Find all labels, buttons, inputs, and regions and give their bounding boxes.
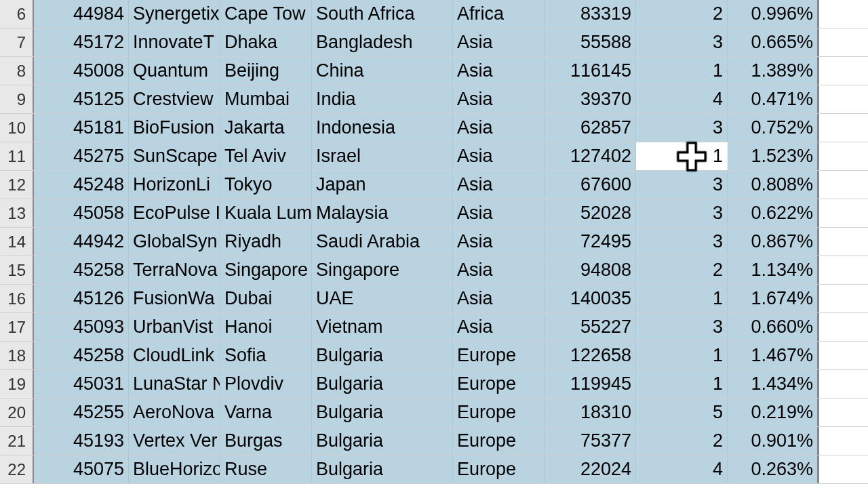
cell[interactable]: 2 xyxy=(636,0,728,28)
cell[interactable]: Dhaka xyxy=(220,28,312,56)
cell[interactable]: Europe xyxy=(453,455,545,483)
table-row[interactable]: 1444942GlobalSynRiyadhSaudi ArabiaAsia72… xyxy=(0,228,868,256)
cell[interactable]: 4 xyxy=(636,85,728,113)
row-header[interactable]: 16 xyxy=(0,285,34,312)
cell[interactable]: Quantum xyxy=(129,57,220,85)
cell[interactable]: Dubai xyxy=(220,285,312,312)
table-row[interactable]: 1645126FusionWaDubaiUAEAsia14003511.674% xyxy=(0,285,868,313)
table-row[interactable]: 1045181BioFusionJakartaIndonesiaAsia6285… xyxy=(0,114,868,142)
cell[interactable]: Ruse xyxy=(220,455,312,483)
table-row[interactable]: 1145275SunScapeTel AvivIsraelAsia1274021… xyxy=(0,142,868,171)
cell[interactable]: 1.467% xyxy=(728,342,819,369)
cell[interactable]: Bangladesh xyxy=(312,28,453,56)
cell[interactable]: Vietnam xyxy=(312,313,453,341)
cell[interactable]: 3 xyxy=(636,171,728,199)
cell[interactable]: Europe xyxy=(453,427,545,455)
row-header[interactable]: 17 xyxy=(0,313,34,341)
cell[interactable]: India xyxy=(312,85,453,113)
cell[interactable]: 45258 xyxy=(34,342,129,369)
cell[interactable]: Jakarta xyxy=(220,114,312,142)
cell[interactable]: Burgas xyxy=(220,427,312,455)
cell[interactable]: 0.471% xyxy=(728,85,819,113)
cell[interactable]: 75377 xyxy=(545,427,636,455)
table-row[interactable]: 2145193Vertex VerBurgasBulgariaEurope753… xyxy=(0,427,868,455)
cell[interactable]: Asia xyxy=(453,171,545,199)
cell[interactable]: 0.867% xyxy=(728,228,819,256)
cell[interactable]: EcoPulse I xyxy=(129,199,220,227)
cell[interactable]: 45258 xyxy=(34,256,129,284)
cell[interactable]: 1 xyxy=(636,370,728,398)
cell[interactable]: 1 xyxy=(636,142,728,170)
row-header[interactable]: 21 xyxy=(0,427,34,455)
cell[interactable]: 5 xyxy=(636,399,728,426)
cell[interactable]: Asia xyxy=(453,313,545,341)
cell[interactable]: 0.752% xyxy=(728,114,819,142)
cell[interactable]: 116145 xyxy=(545,57,636,85)
table-row[interactable]: 1345058EcoPulse IKuala LumMalaysiaAsia52… xyxy=(0,199,868,228)
cell[interactable]: 1.434% xyxy=(728,370,819,398)
row-header[interactable]: 14 xyxy=(0,228,34,256)
cell[interactable]: 3 xyxy=(636,114,728,142)
cell[interactable]: 119945 xyxy=(545,370,636,398)
cell[interactable]: BioFusion xyxy=(129,114,220,142)
cell[interactable]: 0.665% xyxy=(728,28,819,56)
cell[interactable]: 45275 xyxy=(34,142,129,170)
cell[interactable]: 45075 xyxy=(34,455,129,483)
cell[interactable]: 2 xyxy=(636,256,728,284)
cell[interactable]: Riyadh xyxy=(220,228,312,256)
cell[interactable]: Singapore xyxy=(220,256,312,284)
cell[interactable]: Asia xyxy=(453,28,545,56)
cell[interactable]: 72495 xyxy=(545,228,636,256)
cell[interactable]: 45193 xyxy=(34,427,129,455)
cell[interactable]: 45125 xyxy=(34,85,129,113)
cell[interactable]: 0.622% xyxy=(728,199,819,227)
cell[interactable]: GlobalSyn xyxy=(129,228,220,256)
cell[interactable]: South Africa xyxy=(312,0,453,28)
row-header[interactable]: 8 xyxy=(0,57,34,85)
row-header[interactable]: 15 xyxy=(0,256,34,284)
cell[interactable]: Bulgaria xyxy=(312,455,453,483)
table-row[interactable]: 1745093UrbanVistHanoiVietnamAsia5522730.… xyxy=(0,313,868,342)
row-header[interactable]: 10 xyxy=(0,114,34,142)
cell[interactable]: UrbanVist xyxy=(129,313,220,341)
cell[interactable]: 45255 xyxy=(34,399,129,426)
cell[interactable]: Europe xyxy=(453,342,545,369)
cell[interactable]: LunaStar N xyxy=(129,370,220,398)
cell[interactable]: 45172 xyxy=(34,28,129,56)
cell[interactable]: 1.134% xyxy=(728,256,819,284)
cell[interactable]: CloudLink xyxy=(129,342,220,369)
cell[interactable]: 3 xyxy=(636,199,728,227)
cell[interactable]: 3 xyxy=(636,313,728,341)
cell[interactable]: Malaysia xyxy=(312,199,453,227)
row-header[interactable]: 6 xyxy=(0,0,34,28)
cell[interactable]: Mumbai xyxy=(220,85,312,113)
cell[interactable]: AeroNova xyxy=(129,399,220,426)
cell[interactable]: 18310 xyxy=(545,399,636,426)
cell[interactable]: 67600 xyxy=(545,171,636,199)
cell[interactable]: Bulgaria xyxy=(312,399,453,426)
cell[interactable]: Asia xyxy=(453,228,545,256)
cell[interactable]: Synergetix xyxy=(129,0,220,28)
table-row[interactable]: 1245248HorizonLiTokyoJapanAsia6760030.80… xyxy=(0,171,868,199)
cell[interactable]: Plovdiv xyxy=(220,370,312,398)
cell[interactable]: FusionWa xyxy=(129,285,220,312)
cell[interactable]: 45181 xyxy=(34,114,129,142)
cell[interactable]: Asia xyxy=(453,285,545,312)
cell[interactable]: 45248 xyxy=(34,171,129,199)
cell[interactable]: 52028 xyxy=(545,199,636,227)
cell[interactable]: 62857 xyxy=(545,114,636,142)
cell[interactable]: 122658 xyxy=(545,342,636,369)
cell[interactable]: Varna xyxy=(220,399,312,426)
cell[interactable]: 44984 xyxy=(34,0,129,28)
row-header[interactable]: 9 xyxy=(0,85,34,113)
cell[interactable]: Hanoi xyxy=(220,313,312,341)
cell[interactable]: Kuala Lum xyxy=(220,199,312,227)
cell[interactable]: Japan xyxy=(312,171,453,199)
cell[interactable]: 45031 xyxy=(34,370,129,398)
row-header[interactable]: 20 xyxy=(0,399,34,426)
cell[interactable]: Bulgaria xyxy=(312,342,453,369)
cell[interactable]: Beijing xyxy=(220,57,312,85)
cell[interactable]: Asia xyxy=(453,199,545,227)
cell[interactable]: Europe xyxy=(453,399,545,426)
cell[interactable]: 55588 xyxy=(545,28,636,56)
